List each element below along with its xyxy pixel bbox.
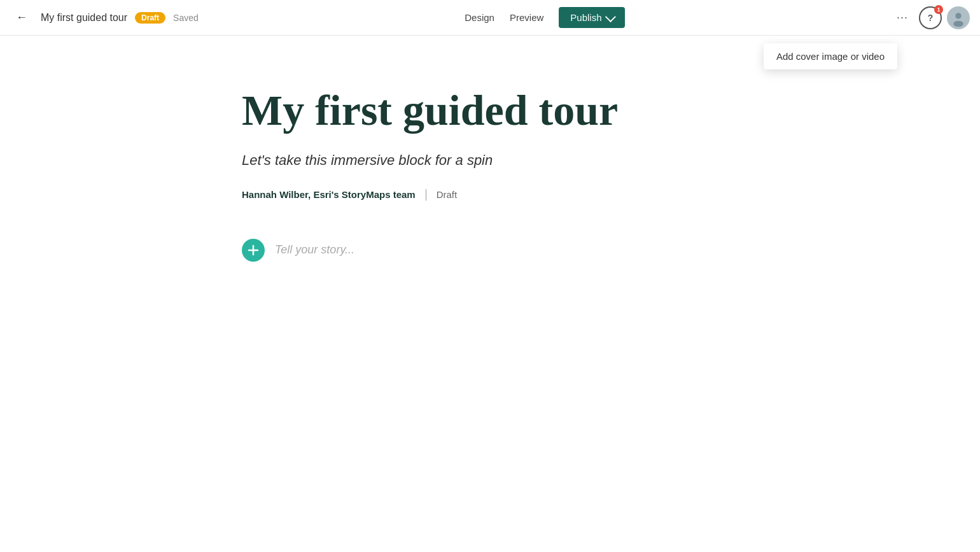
more-options-button[interactable]: ··· xyxy=(891,6,914,29)
saved-label: Saved xyxy=(173,13,199,23)
preview-button[interactable]: Preview xyxy=(510,10,543,25)
story-placeholder[interactable]: Tell your story... xyxy=(275,243,354,257)
document-title: My first guided tour xyxy=(41,12,127,24)
nav-left: ← My first guided tour Draft Saved xyxy=(10,6,199,29)
draft-badge: Draft xyxy=(135,12,165,24)
avatar-icon xyxy=(949,9,967,27)
publish-label: Publish xyxy=(570,12,601,23)
help-button[interactable]: ? 1 xyxy=(919,6,942,29)
nav-right: ··· ? 1 xyxy=(891,6,970,29)
story-editor: Tell your story... xyxy=(242,239,738,262)
design-button[interactable]: Design xyxy=(465,10,494,25)
svg-point-2 xyxy=(953,20,963,26)
more-icon: ··· xyxy=(897,11,908,24)
main-content: My first guided tour Let's take this imm… xyxy=(0,36,980,552)
plus-icon xyxy=(248,244,259,256)
meta-divider xyxy=(426,189,426,201)
add-block-button[interactable] xyxy=(242,239,265,262)
avatar[interactable] xyxy=(947,6,970,29)
help-icon: ? xyxy=(928,13,934,23)
cover-tooltip[interactable]: Add cover image or video xyxy=(764,43,897,69)
nav-center: Design Preview Publish xyxy=(465,7,624,28)
chevron-down-icon xyxy=(605,11,615,22)
help-badge: 1 xyxy=(934,5,943,14)
back-icon: ← xyxy=(16,11,27,24)
story-subtitle: Let's take this immersive block for a sp… xyxy=(242,152,738,169)
svg-point-1 xyxy=(955,13,961,18)
story-author: Hannah Wilber, Esri's StoryMaps team xyxy=(242,189,416,200)
top-navigation: ← My first guided tour Draft Saved Desig… xyxy=(0,0,980,36)
publish-button[interactable]: Publish xyxy=(559,7,624,28)
story-meta: Hannah Wilber, Esri's StoryMaps team Dra… xyxy=(242,189,738,201)
story-title: My first guided tour xyxy=(242,87,738,134)
story-container: My first guided tour Let's take this imm… xyxy=(242,87,738,262)
back-button[interactable]: ← xyxy=(10,6,33,29)
story-draft-status: Draft xyxy=(437,189,458,200)
